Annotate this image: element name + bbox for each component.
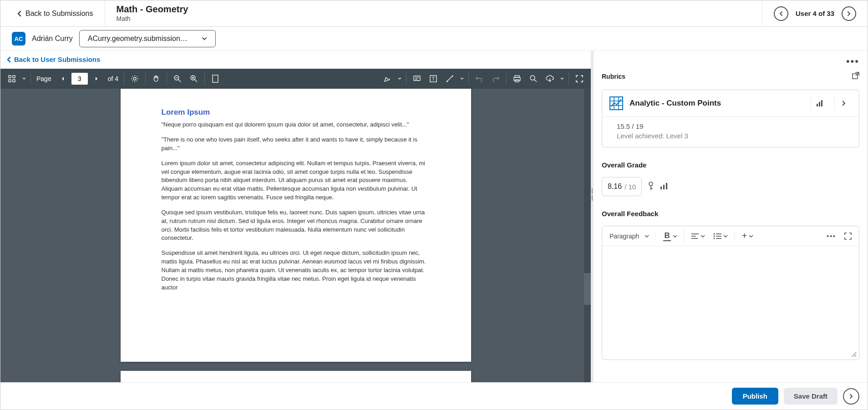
overall-feedback-label: Overall Feedback: [602, 210, 859, 218]
format-select[interactable]: Paragraph: [607, 231, 656, 242]
bar-chart-icon: [816, 100, 823, 107]
undo-icon: [475, 75, 483, 83]
fullscreen-icon: [844, 233, 852, 240]
align-left-icon: [691, 233, 699, 239]
download-button[interactable]: [542, 71, 558, 86]
back-to-submissions-link[interactable]: Back to Submissions: [0, 0, 105, 26]
user-position-label: User 4 of 33: [793, 10, 837, 17]
divider: [468, 72, 469, 85]
key-icon: [647, 182, 655, 191]
svg-rect-2: [9, 80, 11, 82]
editor-fullscreen-button[interactable]: [842, 231, 854, 242]
resize-handle-icon[interactable]: [851, 351, 857, 358]
search-button[interactable]: [526, 71, 541, 86]
back-to-user-submissions-link[interactable]: Back to User Submissions: [6, 56, 100, 63]
triangle-right-icon: [94, 76, 99, 81]
next-page-button[interactable]: [89, 71, 104, 86]
divider: [204, 72, 205, 85]
chevron-down-icon: [645, 235, 649, 238]
view-controls-button[interactable]: [4, 71, 20, 86]
svg-point-35: [649, 182, 653, 186]
rubric-expand-button[interactable]: [834, 96, 852, 110]
line-dropdown[interactable]: [458, 71, 466, 86]
fullscreen-button[interactable]: [572, 71, 587, 86]
rubric-popout-button[interactable]: [852, 72, 859, 81]
svg-rect-39: [663, 185, 665, 189]
settings-button[interactable]: [127, 71, 142, 86]
chevron-left-icon: [778, 11, 784, 16]
divider: [124, 72, 124, 85]
svg-point-46: [713, 238, 715, 239]
line-button[interactable]: [442, 71, 457, 86]
chevron-down-icon: [723, 235, 728, 238]
more-formatting-button[interactable]: •••: [824, 231, 839, 242]
svg-line-18: [447, 76, 452, 81]
more-actions-button[interactable]: •••: [846, 56, 859, 67]
svg-point-20: [452, 75, 453, 76]
download-dropdown[interactable]: [558, 71, 566, 86]
scrollbar-track[interactable]: [584, 89, 591, 384]
svg-rect-3: [13, 80, 15, 82]
submission-file-select[interactable]: ACurry.geometry.submission....: [79, 30, 216, 47]
pdf-viewport[interactable]: Lorem Ipsum "Neque porro quisquam est qu…: [0, 89, 591, 384]
grade-stats-button[interactable]: [660, 182, 668, 191]
doc-para-1: Lorem ipsum dolor sit amet, consectetur …: [162, 159, 430, 202]
insert-button[interactable]: +: [739, 229, 756, 243]
feedback-editor: Paragraph B: [602, 226, 859, 360]
save-draft-button[interactable]: Save Draft: [784, 388, 838, 405]
svg-rect-0: [9, 76, 11, 78]
top-header: Back to Submissions Math - Geometry Math…: [0, 0, 868, 27]
svg-rect-40: [666, 183, 667, 189]
print-button[interactable]: [509, 71, 525, 86]
pan-button[interactable]: [148, 71, 164, 86]
zoom-out-button[interactable]: [170, 71, 185, 86]
course-subtitle: Math: [117, 15, 751, 22]
scrollbar-thumb[interactable]: [584, 273, 591, 305]
prev-page-button[interactable]: [55, 71, 71, 86]
prev-user-button[interactable]: [774, 6, 788, 21]
assignment-title: Math - Geometry: [117, 4, 751, 15]
chevron-down-icon: [700, 235, 705, 238]
rubric-stats-button[interactable]: [811, 96, 828, 110]
doc-quote-1: "Neque porro quisquam est qui dolorem ip…: [162, 121, 430, 129]
rubric-score: 15.5 / 19: [617, 122, 844, 130]
zoom-in-icon: [190, 75, 198, 83]
freehand-button[interactable]: [380, 71, 395, 86]
text-box-button[interactable]: T: [426, 71, 441, 86]
document-page: Lorem Ipsum "Neque porro quisquam est qu…: [121, 89, 471, 362]
bold-button[interactable]: B: [660, 229, 684, 243]
grade-suggestion-button[interactable]: [647, 182, 655, 192]
svg-rect-34: [821, 100, 822, 106]
doc-para-3: Suspendisse sit amet hendrerit ligula, e…: [162, 249, 430, 292]
chevron-down-icon: [202, 37, 207, 40]
editor-textarea[interactable]: [602, 246, 859, 349]
footer-next-button[interactable]: [843, 388, 859, 405]
splitter-handle[interactable]: [591, 185, 594, 203]
divider: [167, 72, 167, 85]
freehand-dropdown[interactable]: [396, 71, 403, 86]
zoom-out-icon: [173, 75, 182, 83]
rubric-card: Analytic - Custom Points 15.5 / 19 Level…: [602, 90, 859, 147]
list-button[interactable]: [711, 231, 735, 241]
page-number-input[interactable]: [71, 73, 88, 85]
svg-rect-13: [414, 76, 420, 81]
rubric-level: Level achieved: Level 3: [617, 132, 844, 140]
document-next-page: [121, 371, 471, 383]
next-user-button[interactable]: [842, 6, 856, 21]
grade-input-box[interactable]: 8.16 / 10: [602, 177, 642, 196]
rubric-title: Analytic - Custom Points: [629, 99, 804, 108]
back-user-row: Back to User Submissions: [0, 51, 591, 69]
publish-button[interactable]: Publish: [732, 388, 778, 405]
submission-file-name: ACurry.geometry.submission....: [88, 35, 188, 43]
fit-page-button[interactable]: [208, 71, 223, 86]
align-button[interactable]: [689, 231, 708, 241]
divider: [406, 72, 406, 85]
zoom-in-button[interactable]: [186, 71, 202, 86]
note-button[interactable]: [409, 71, 425, 86]
pdf-toolbar: Page of 4 T: [0, 69, 591, 89]
redo-button[interactable]: [488, 71, 503, 86]
view-controls-dropdown[interactable]: [20, 71, 28, 86]
undo-button[interactable]: [472, 71, 487, 86]
gear-icon: [131, 75, 139, 83]
pen-icon: [383, 75, 391, 83]
